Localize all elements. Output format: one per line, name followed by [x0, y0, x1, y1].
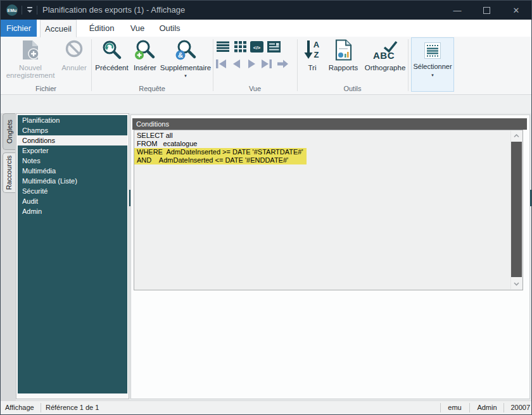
- insert-search-label: Insérer: [132, 64, 158, 71]
- group-separator: [91, 39, 92, 91]
- spelling-label: Orthographe: [364, 64, 406, 71]
- sidebar-item-admin[interactable]: Admin: [18, 206, 127, 216]
- group-label-fichier: Fichier: [1, 85, 91, 92]
- additional-search-label: Supplémentaire: [160, 64, 212, 71]
- group-label-outils: Outils: [297, 85, 408, 92]
- chevron-down-icon: ▼: [412, 73, 453, 77]
- search-previous-icon: [93, 39, 130, 63]
- new-record-button[interactable]: Nouvel enregistrement: [1, 38, 60, 84]
- status-separator: [41, 403, 41, 412]
- group-separator: [408, 39, 408, 91]
- sql-text: SELECT all FROM ecatalogue WHERE AdmDate…: [134, 132, 511, 164]
- sidebar-item-champs[interactable]: Champs: [18, 125, 127, 135]
- last-record-icon[interactable]: [259, 58, 273, 70]
- group-label-requete: Requête: [91, 85, 213, 92]
- group-label-vue: Vue: [213, 85, 297, 92]
- sort-button[interactable]: A Z Tri: [300, 38, 325, 84]
- select-label: Sélectionner: [412, 63, 453, 70]
- record-header-row: Œuvres supérieures à 500,00 $ (trimestri…: [1, 95, 531, 113]
- sidebar-item-multimedia[interactable]: Multimédia: [18, 166, 127, 176]
- status-database: emu: [445, 401, 464, 414]
- list-view-icon[interactable]: [216, 40, 230, 53]
- sidebar-item-conditions[interactable]: Conditions: [18, 135, 127, 146]
- status-separator: [504, 403, 504, 412]
- ampersand-icon-text: &: [178, 51, 183, 59]
- spellcheck-icon: ABC: [364, 39, 406, 63]
- conditions-panel-header: Conditions: [132, 118, 527, 130]
- cancel-icon: [59, 39, 89, 63]
- new-record-icon: [1, 39, 60, 63]
- sidebar-item-securite[interactable]: Sécurité: [18, 186, 127, 196]
- sort-label: Tri: [300, 64, 325, 71]
- minimize-button[interactable]: —: [443, 1, 472, 20]
- additional-search-button[interactable]: & Supplémentaire ▼: [160, 38, 212, 84]
- abc-glyph: ABC: [373, 50, 395, 61]
- conditions-sql-editor[interactable]: SELECT all FROM ecatalogue WHERE AdmDate…: [134, 130, 523, 290]
- tab-edition[interactable]: Édition: [84, 20, 120, 37]
- grid-view-icon[interactable]: [233, 40, 247, 53]
- close-button[interactable]: ✕: [502, 1, 531, 20]
- app-window: EMu Planification des exports (1) - Affi…: [0, 0, 532, 415]
- ribbon-tab-row: Fichier Accueil Édition Vue Outils ?: [1, 20, 531, 37]
- code-view-icon[interactable]: </>: [250, 40, 263, 53]
- maximize-icon: [483, 7, 490, 14]
- scroll-up-icon[interactable]: [511, 131, 522, 141]
- sort-z-glyph: Z: [314, 50, 319, 59]
- select-rows-icon: [412, 42, 453, 59]
- previous-record-icon[interactable]: [230, 58, 244, 70]
- emu-logo-text: EMu: [8, 8, 17, 13]
- previous-search-label: Précédent: [93, 64, 130, 71]
- tab-fichier[interactable]: Fichier: [1, 20, 37, 37]
- tab-accueil[interactable]: Accueil: [40, 20, 77, 37]
- sort-az-icon: A Z: [300, 39, 325, 63]
- code-glyph: </>: [253, 45, 260, 51]
- search-additional-icon: &: [160, 39, 212, 63]
- status-port: 20007: [506, 401, 530, 414]
- scrollbar-thumb[interactable]: [511, 142, 522, 277]
- insert-search-button[interactable]: Insérer: [132, 38, 158, 84]
- status-user: Admin: [474, 401, 500, 414]
- sidebar-item-notes[interactable]: Notes: [18, 156, 127, 166]
- tabs-sidebar: Planification Champs Conditions Exporter…: [16, 113, 129, 399]
- previous-search-button[interactable]: Précédent: [93, 38, 130, 84]
- next-record-icon[interactable]: [244, 58, 258, 70]
- sql-line: FROM ecatalogue: [134, 140, 511, 148]
- details-view-icon[interactable]: [267, 40, 281, 53]
- quick-access-dropdown-icon[interactable]: [26, 6, 34, 14]
- goto-record-icon[interactable]: [276, 58, 289, 70]
- window-title: Planification des exports (1) - Affichag…: [42, 1, 185, 20]
- scroll-down-icon[interactable]: [511, 279, 522, 289]
- maximize-button[interactable]: [472, 1, 501, 20]
- status-record-position: Référence 1 de 1: [46, 401, 99, 414]
- sidebar-item-planification[interactable]: Planification: [18, 115, 127, 125]
- tabs-sidebar-list: Planification Champs Conditions Exporter…: [18, 115, 127, 393]
- group-separator: [297, 39, 298, 91]
- sidebar-item-multimedia-liste[interactable]: Multimédia (Liste): [18, 176, 127, 186]
- reports-label: Rapports: [324, 64, 363, 71]
- sort-a-glyph: A: [314, 40, 320, 49]
- vertical-scrollbar[interactable]: [510, 131, 522, 289]
- status-view-mode: Affichage: [5, 401, 34, 414]
- status-separator: [440, 403, 441, 412]
- titlebar-separator: [37, 6, 37, 15]
- emu-logo-icon: EMu: [6, 4, 18, 16]
- sql-line-highlighted: AND AdmDateInserted <= DATE '#ENDDATE#': [134, 156, 303, 164]
- sidebar-item-audit[interactable]: Audit: [18, 196, 127, 206]
- tab-outils[interactable]: Outils: [154, 20, 186, 37]
- conditions-panel: Conditions SELECT all FROM ecatalogue WH…: [130, 115, 530, 399]
- select-button[interactable]: Sélectionner ▼: [411, 37, 454, 92]
- status-separator: [469, 403, 470, 412]
- sidebar-item-exporter[interactable]: Exporter: [18, 146, 127, 156]
- titlebar-separator: [22, 6, 22, 15]
- tab-vue[interactable]: Vue: [125, 20, 149, 37]
- side-tab-raccourcis[interactable]: Raccourcis: [3, 152, 15, 193]
- spelling-button[interactable]: ABC Orthographe: [364, 38, 406, 84]
- first-record-icon[interactable]: [215, 58, 229, 70]
- side-tab-onglets[interactable]: Onglets: [3, 113, 15, 150]
- reports-button[interactable]: Rapports: [324, 38, 363, 84]
- sql-line: SELECT all: [134, 132, 511, 140]
- cancel-button[interactable]: Annuler: [59, 38, 89, 84]
- report-document-icon: [324, 39, 363, 63]
- chevron-down-icon: ▼: [160, 74, 212, 78]
- title-bar: EMu Planification des exports (1) - Affi…: [1, 1, 531, 20]
